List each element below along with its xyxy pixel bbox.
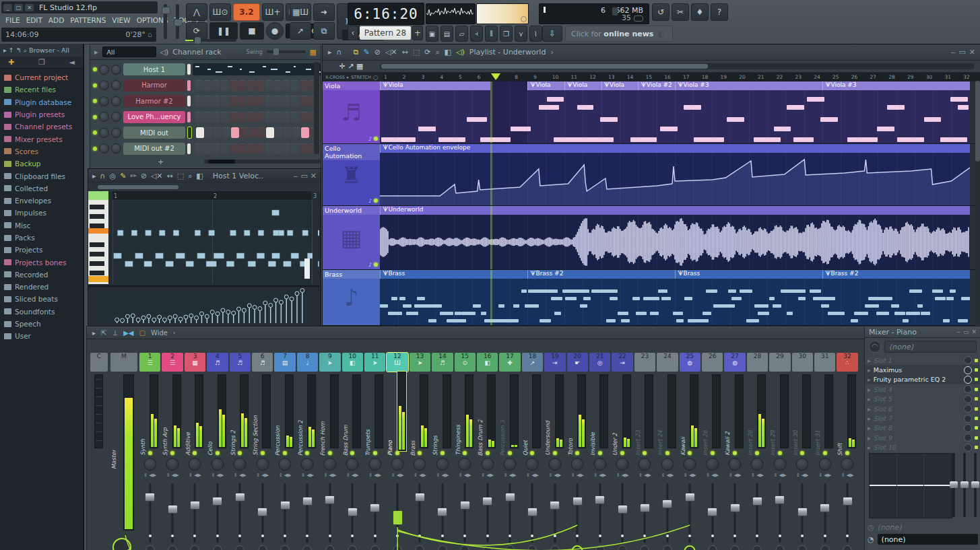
pl-paint-icon[interactable]: ✎: [363, 48, 369, 57]
fx-slot[interactable]: ▸Fruity parametric EQ 2: [865, 375, 980, 384]
channel-pan-knob[interactable]: [99, 128, 109, 138]
main-volume-slider[interactable]: [164, 4, 167, 39]
channel-pattern-preview[interactable]: [193, 63, 321, 75]
playlist-ruler[interactable]: 1234567891011121314151617181920212223242…: [383, 73, 980, 81]
strip-header[interactable]: 15⊙: [455, 353, 476, 372]
velocity-handle[interactable]: [189, 314, 193, 318]
pl-tools-icons[interactable]: ✛ ↗ ▦: [323, 62, 380, 71]
strip-send-knob[interactable]: [393, 545, 402, 550]
pl-title-arrow[interactable]: ›: [550, 48, 553, 57]
channel-button[interactable]: Host 1: [123, 63, 185, 75]
pl-slip-icon[interactable]: ⧉: [354, 48, 359, 57]
fx-slot[interactable]: ▸Slot 10: [865, 443, 980, 452]
strip-separation-controls[interactable]: ⇕ ◀▶: [229, 473, 251, 478]
step-cell[interactable]: [291, 96, 299, 106]
record-button[interactable]: ●: [266, 22, 284, 40]
rack-hscrollbar[interactable]: [204, 160, 321, 164]
strip-fader-handle[interactable]: [595, 495, 605, 504]
strip-send-knob[interactable]: [236, 545, 244, 550]
channel-display-pill[interactable]: [187, 127, 192, 139]
mixer-strip[interactable]: 26Insert 26⇕ ◀▶: [701, 351, 723, 550]
strip-separation-controls[interactable]: ⇕ ◀▶: [566, 473, 589, 478]
strip-fader-handle[interactable]: [662, 500, 672, 508]
strip-fader[interactable]: [644, 483, 646, 543]
strip-header[interactable]: 28: [747, 353, 768, 372]
strip-separation-controls[interactable]: ⇕ ◀▶: [206, 473, 228, 478]
mixer-strip[interactable]: 2☰Synth Arp⇕ ◀▶: [161, 351, 183, 550]
strip-send-knob[interactable]: [145, 545, 154, 550]
strip-fader[interactable]: [441, 483, 443, 543]
main-volume-gradient[interactable]: [476, 3, 529, 24]
mixer-strip[interactable]: 25◍Kawaii⇕ ◀▶: [679, 351, 701, 550]
strip-mute-led[interactable]: [508, 451, 512, 455]
piano-key-highlight[interactable]: [88, 228, 108, 234]
step-cell[interactable]: [238, 96, 247, 106]
step-cell[interactable]: [230, 143, 238, 154]
fx-slot-enable-led[interactable]: [975, 388, 978, 391]
step-cell[interactable]: [300, 112, 308, 123]
strip-mute-led[interactable]: [733, 451, 737, 455]
strip-mute-led[interactable]: [328, 451, 332, 455]
strip-fader-handle[interactable]: [280, 501, 290, 510]
pr-target-icon[interactable]: ◎: [110, 172, 117, 180]
strip-separation-controls[interactable]: ⇕ ◀▶: [836, 473, 858, 478]
channel-button[interactable]: MIDI out: [123, 127, 185, 139]
clip[interactable]: ᗐBrass #2: [822, 270, 970, 279]
strip-fader[interactable]: [172, 483, 174, 543]
strip-send-knob[interactable]: [595, 545, 604, 550]
fx-slot[interactable]: ▸Slot 1: [865, 355, 980, 365]
velocity-handle[interactable]: [121, 318, 125, 322]
strip-separation-controls[interactable]: ⇕ ◀▶: [701, 473, 723, 478]
clip-lane[interactable]: ᗐCello Automation envelope: [380, 144, 970, 205]
strip-send-knob[interactable]: [416, 545, 424, 550]
strip-separation-controls[interactable]: ⇕ ◀▶: [589, 473, 611, 478]
velocity-handle[interactable]: [168, 316, 172, 320]
mixer-strip[interactable]: 3▦Additive⇕ ◀▶: [184, 351, 206, 550]
step-cell[interactable]: [256, 96, 264, 106]
strip-pan-knob[interactable]: [323, 458, 336, 471]
velocity-handle[interactable]: [125, 314, 129, 318]
step-cell[interactable]: [231, 127, 239, 138]
fx-output-icon[interactable]: ◔: [868, 535, 874, 544]
strip-fader-handle[interactable]: [302, 497, 313, 506]
fx-slot-arrow[interactable]: ▸: [868, 444, 871, 451]
download-button[interactable]: ⇩: [542, 26, 562, 42]
minimize-button[interactable]: _: [3, 4, 12, 11]
mixer-toggle-button[interactable]: ⫼: [485, 26, 498, 42]
strip-header[interactable]: 20☛: [567, 353, 588, 372]
pr-selection-wedge[interactable]: [88, 191, 108, 200]
pattern-selector[interactable]: Pattern 28: [360, 26, 411, 40]
fx-slot[interactable]: ▸Slot 4: [865, 384, 980, 394]
strip-fader[interactable]: [711, 483, 713, 543]
step-cell[interactable]: [230, 80, 238, 91]
strip-pan-knob[interactable]: [593, 458, 606, 471]
channel-display-pill[interactable]: [187, 64, 191, 75]
fx-eq-fader-handle[interactable]: [950, 481, 958, 488]
strip-mute-led[interactable]: [486, 451, 490, 455]
step-cell[interactable]: [212, 80, 220, 91]
strip-fader[interactable]: [666, 483, 668, 543]
step-cell[interactable]: [282, 143, 290, 154]
velocity-stem[interactable]: [270, 306, 271, 324]
step-cell[interactable]: [214, 127, 222, 138]
browser-item[interactable]: Sliced beats: [0, 293, 83, 305]
strip-mute-led[interactable]: [755, 451, 759, 455]
pl-menu-arrow[interactable]: ▸: [328, 48, 332, 57]
song-mode-button[interactable]: ➜: [313, 3, 335, 21]
link-button[interactable]: ⧉: [313, 22, 335, 40]
strip-send-knob[interactable]: [325, 545, 334, 550]
strip-fader[interactable]: [352, 483, 354, 543]
clip[interactable]: ᗐBrass: [675, 270, 822, 279]
pr-zoom-icon[interactable]: ⌕: [188, 172, 192, 180]
browser-add-icon[interactable]: ✚: [8, 58, 14, 67]
step-cell[interactable]: [273, 80, 282, 91]
browser-item[interactable]: Speech: [0, 318, 83, 330]
velocity-handle[interactable]: [258, 307, 262, 311]
channel-button[interactable]: Harmor: [123, 79, 185, 92]
note[interactable]: [278, 230, 284, 236]
clip[interactable]: ᗐViola #3: [822, 81, 970, 90]
strip-fader[interactable]: [756, 483, 758, 543]
mixer-strip[interactable]: 18↗Quiet⇕ ◀▶: [521, 351, 544, 550]
clip[interactable]: ᗐViola: [601, 81, 639, 90]
step-cell[interactable]: [256, 112, 264, 123]
